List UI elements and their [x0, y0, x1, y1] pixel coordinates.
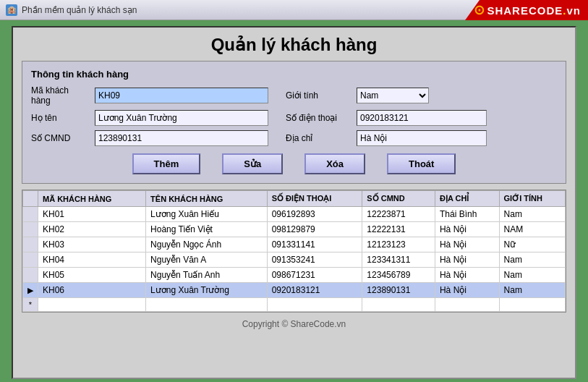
cell-ten: Hoàng Tiến Việt [146, 222, 268, 237]
cell-sdt: 098671231 [267, 268, 362, 283]
cell-diachi: Hà Nội [435, 252, 499, 268]
cell-gt: NAM [499, 222, 565, 237]
table-row[interactable]: KH02 Hoàng Tiến Việt 098129879 12222131 … [23, 222, 566, 237]
row-indicator [23, 222, 38, 237]
window-title: Phần mềm quản lý khách sạn [22, 5, 540, 15]
label-ho-ten: Họ tên [31, 113, 89, 123]
cell-cmnd: 12123123 [362, 237, 435, 252]
table-row-new: * [23, 298, 566, 312]
row-new-indicator: * [23, 298, 38, 312]
col-gioi-tinh: GIỚI TÍNH [499, 191, 565, 207]
cell-sdt: 091331141 [267, 237, 362, 252]
cell-ma: KH03 [38, 237, 146, 252]
table-row[interactable]: KH04 Nguyễn Văn A 091353241 123341311 Hà… [23, 252, 566, 268]
table-section: MÃ KHÁCH HÀNG TÊN KHÁCH HÀNG SỐ ĐIỆN THO… [22, 190, 566, 313]
cell-cmnd: 12222131 [362, 222, 435, 237]
label-gioi-tinh: Giới tính [286, 90, 351, 101]
cell-ten: Lương Xuân Hiếu [146, 207, 268, 222]
col-so-cmnd: SỐ CMND [362, 191, 435, 207]
input-ho-ten[interactable] [95, 110, 268, 126]
cell-ten: Nguyễn Ngọc Ánh [146, 237, 268, 252]
them-button[interactable]: Thêm [132, 153, 201, 174]
form-row-3: Số CMND Địa chỉ [31, 130, 557, 146]
col-ma-khach-hang: MÃ KHÁCH HÀNG [38, 191, 146, 207]
main-container: Quản lý khách hàng Thông tin khách hàng … [0, 20, 588, 382]
row-indicator [23, 252, 38, 268]
cell-gt: Nam [499, 252, 565, 268]
table-body: KH01 Lương Xuân Hiếu 096192893 12223871 … [23, 207, 566, 312]
row-indicator [23, 268, 38, 283]
section-title: Thông tin khách hàng [31, 69, 557, 80]
cell-cmnd: 123456789 [362, 268, 435, 283]
table-row[interactable]: ▶ KH06 Lương Xuân Trường 0920183121 1238… [23, 283, 566, 298]
cell-ten: Nguyễn Văn A [146, 252, 268, 268]
cell-cmnd: 12223871 [362, 207, 435, 222]
table-row[interactable]: KH05 Nguyễn Tuấn Anh 098671231 123456789… [23, 268, 566, 283]
main-window: Quản lý khách hàng Thông tin khách hàng … [12, 26, 576, 379]
label-dia-chi: Địa chỉ [286, 133, 351, 143]
input-ma-khach-hang[interactable] [95, 88, 268, 103]
cell-diachi: Hà Nội [435, 222, 499, 237]
cell-gt: Nữ [499, 237, 565, 252]
col-indicator [23, 191, 38, 207]
xoa-button[interactable]: Xóa [304, 153, 365, 174]
cell-gt: Nam [499, 207, 565, 222]
cell-diachi: Hà Nội [435, 283, 499, 298]
khach-hang-table: MÃ KHÁCH HÀNG TÊN KHÁCH HÀNG SỐ ĐIỆN THO… [22, 190, 566, 312]
select-gioi-tinh[interactable]: Nam Nữ [357, 88, 429, 103]
sdt-group: Số điện thoại [286, 110, 487, 126]
cell-ten: Lương Xuân Trường [146, 283, 268, 298]
col-ten-khach-hang: TÊN KHÁCH HÀNG [146, 191, 268, 207]
table-row[interactable]: KH01 Lương Xuân Hiếu 096192893 12223871 … [23, 207, 566, 222]
logo-area: ⊙SHARECODE.vn [465, 0, 588, 20]
input-so-dien-thoai[interactable] [357, 110, 487, 126]
cell-sdt: 098129879 [267, 222, 362, 237]
thoat-button[interactable]: Thoát [387, 153, 456, 174]
cell-ma: KH04 [38, 252, 146, 268]
row-indicator [23, 207, 38, 222]
cell-ten: Nguyễn Tuấn Anh [146, 268, 268, 283]
label-so-dien-thoai: Số điện thoại [286, 113, 351, 123]
cell-sdt: 0920183121 [267, 283, 362, 298]
table-header-row: MÃ KHÁCH HÀNG TÊN KHÁCH HÀNG SỐ ĐIỆN THO… [23, 191, 566, 207]
cell-sdt: 096192893 [267, 207, 362, 222]
cell-gt: Nam [499, 268, 565, 283]
label-ma-khach-hang: Mã khách hàng [31, 85, 89, 106]
page-title: Quản lý khách hàng [13, 27, 575, 61]
footer: Copyright © ShareCode.vn [13, 317, 575, 331]
row-indicator: ▶ [23, 283, 38, 298]
cell-ma: KH02 [38, 222, 146, 237]
form-row-1: Mã khách hàng Giới tính Nam Nữ [31, 85, 557, 106]
cell-diachi: Hà Nội [435, 268, 499, 283]
form-row-2: Họ tên Số điện thoại [31, 110, 557, 126]
diachi-group: Địa chỉ [286, 130, 487, 146]
cell-cmnd: 123890131 [362, 283, 435, 298]
cell-cmnd: 123341311 [362, 252, 435, 268]
input-dia-chi[interactable] [357, 130, 487, 146]
cell-gt: Nam [499, 283, 565, 298]
cell-ma: KH01 [38, 207, 146, 222]
table-row[interactable]: KH03 Nguyễn Ngọc Ánh 091331141 12123123 … [23, 237, 566, 252]
logo-text: ⊙SHARECODE.vn [474, 2, 581, 18]
cell-sdt: 091353241 [267, 252, 362, 268]
row-indicator [23, 237, 38, 252]
title-bar: 🏨 Phần mềm quản lý khách sạn _ □ ✕ ⊙SHAR… [0, 0, 588, 20]
cell-ma: KH06 [38, 283, 146, 298]
window-icon: 🏨 [6, 4, 17, 16]
col-dia-chi: ĐỊA CHỈ [435, 191, 499, 207]
cell-diachi: Hà Nội [435, 237, 499, 252]
cell-diachi: Thái Bình [435, 207, 499, 222]
col-so-dien-thoai: SỐ ĐIỆN THOẠI [267, 191, 362, 207]
label-so-cmnd: Số CMND [31, 133, 89, 143]
input-so-cmnd[interactable] [95, 130, 268, 146]
button-row: Thêm Sửa Xóa Thoát [31, 153, 557, 174]
gioi-tinh-group: Giới tính Nam Nữ [286, 88, 429, 103]
sua-button[interactable]: Sửa [222, 153, 283, 174]
form-section: Thông tin khách hàng Mã khách hàng Giới … [22, 61, 566, 184]
cell-ma: KH05 [38, 268, 146, 283]
